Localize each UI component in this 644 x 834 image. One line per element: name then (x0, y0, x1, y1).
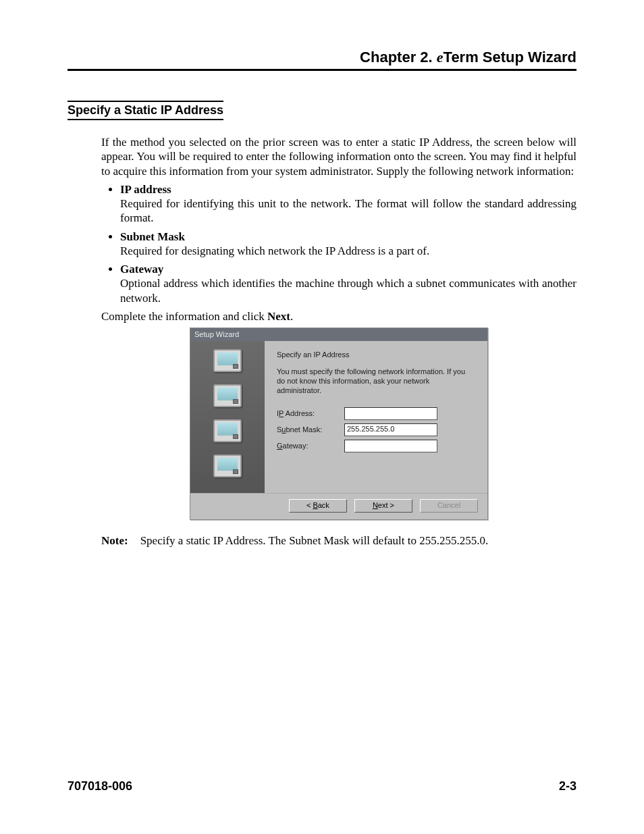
ip-label: IP Address: (277, 409, 344, 419)
action-button-name: Next (267, 310, 290, 323)
page-number: 2-3 (559, 779, 576, 793)
subnet-input[interactable]: 255.255.255.0 (344, 423, 437, 436)
monitor-icon (213, 419, 242, 442)
cancel-button[interactable]: Cancel (420, 499, 478, 513)
dialog-sidebar (190, 341, 265, 493)
monitor-icon (213, 384, 242, 407)
ip-input[interactable] (344, 407, 437, 420)
back-button[interactable]: < Back (289, 499, 347, 513)
action-post: . (290, 310, 293, 323)
chapter-header: Chapter 2. eTerm Setup Wizard (68, 49, 576, 71)
gateway-input[interactable] (344, 440, 437, 452)
dialog-subtext: You must specify the following network i… (277, 367, 474, 396)
action-pre: Complete the information and click (101, 310, 267, 323)
list-item: Gateway Optional address which identifie… (120, 262, 576, 305)
monitor-icon (213, 454, 242, 477)
term-subnet: Subnet Mask (120, 230, 185, 243)
action-line: Complete the information and click Next. (101, 309, 576, 323)
note-text: Specify a static IP Address. The Subnet … (140, 534, 489, 547)
list-item: Subnet Mask Required for designating whi… (120, 230, 576, 259)
note-label: Note: (101, 534, 128, 547)
desc-gateway: Optional address which identifies the ma… (120, 277, 576, 304)
info-list: IP address Required for identifying this… (101, 182, 576, 305)
dialog-form: IP Address: Subnet Mask: 255.255.255.0 G… (277, 408, 474, 457)
next-button[interactable]: Next > (354, 499, 412, 513)
chapter-label: Chapter 2. (360, 49, 433, 66)
section-title: Specify a Static IP Address (68, 101, 223, 120)
desc-subnet: Required for designating which network t… (120, 244, 429, 257)
dialog-heading: Specify an IP Address (277, 350, 474, 360)
list-item: IP address Required for identifying this… (120, 182, 576, 226)
gateway-label: Gateway: (277, 442, 344, 451)
chapter-title: Term Setup Wizard (444, 49, 576, 66)
intro-paragraph: If the method you selected on the prior … (101, 135, 576, 178)
doc-number: 707018-006 (68, 779, 132, 793)
note-line: Note:Specify a static IP Address. The Su… (101, 533, 576, 548)
dialog-button-row: < Back Next > Cancel (190, 493, 487, 519)
dialog-screenshot: Setup Wizard Specify an IP Address You m… (190, 328, 488, 520)
page-footer: 707018-006 2-3 (68, 779, 576, 793)
monitor-icon (213, 349, 242, 372)
subnet-label: Subnet Mask: (277, 425, 344, 435)
body-text: If the method you selected on the prior … (101, 135, 576, 548)
chapter-e: e (437, 49, 444, 66)
desc-ip: Required for identifying this unit to th… (120, 197, 576, 224)
term-ip: IP address (120, 183, 171, 196)
term-gateway: Gateway (120, 263, 163, 276)
dialog-titlebar: Setup Wizard (190, 328, 487, 341)
